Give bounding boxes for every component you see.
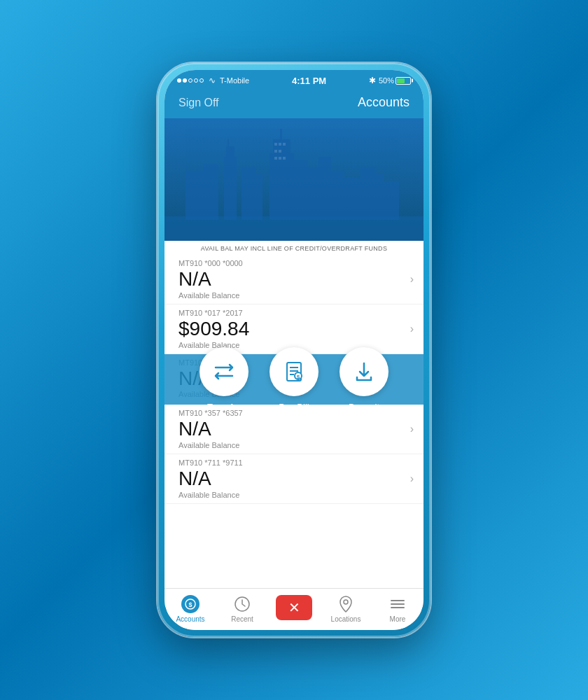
status-time: 4:11 PM — [292, 76, 326, 86]
accounts-tab-label: Accounts — [176, 615, 204, 623]
svg-rect-26 — [274, 157, 277, 160]
svg-rect-16 — [360, 167, 374, 220]
phone-screen: ∿ T-Mobile 4:11 PM ✱ 50% Sign Off Accoun… — [164, 70, 424, 630]
nav-bar: Sign Off Accounts — [164, 90, 424, 118]
svg-text:$: $ — [188, 601, 192, 608]
pay-bill-icon-circle: $ — [270, 347, 318, 396]
carrier-name: T-Mobile — [220, 76, 249, 85]
svg-rect-25 — [279, 150, 281, 153]
svg-rect-28 — [283, 157, 286, 160]
signal-dot-5 — [200, 78, 204, 83]
account-balance-5: N/A — [178, 468, 410, 490]
signal-dot-3 — [188, 78, 192, 83]
tab-close[interactable]: ✕ — [268, 595, 320, 623]
deposit-icon-circle — [340, 347, 388, 396]
battery-percent: 50% — [379, 76, 394, 85]
recent-tab-icon — [233, 595, 251, 613]
sign-off-button[interactable]: Sign Off — [178, 97, 219, 109]
svg-rect-24 — [274, 150, 277, 153]
tab-bar: $ Accounts Recent ✕ — [164, 588, 424, 630]
wifi-icon: ∿ — [209, 76, 216, 85]
hero-image — [164, 118, 424, 241]
tab-locations[interactable]: Locations — [320, 595, 372, 623]
svg-rect-2 — [164, 216, 424, 241]
svg-rect-21 — [274, 143, 277, 146]
account-item-3-wrapper: MT910 *345 N/A Available Balance — [164, 354, 424, 405]
svg-rect-20 — [227, 139, 229, 150]
chevron-right-icon-1: › — [410, 273, 414, 286]
svg-text:$: $ — [297, 374, 300, 380]
more-tab-icon — [388, 595, 407, 613]
transfer-icon-circle — [200, 347, 248, 396]
content-area: AVAIL BAL MAY INCL LINE OF CREDIT/OVERDR… — [164, 241, 424, 588]
battery-icon — [396, 77, 411, 85]
svg-rect-10 — [252, 174, 262, 220]
svg-rect-15 — [343, 178, 363, 220]
skyline-svg — [164, 118, 424, 241]
action-overlay: Transfer $ — [164, 354, 424, 405]
accounts-icon-circle: $ — [181, 595, 200, 613]
transfer-button[interactable]: Transfer — [200, 347, 248, 412]
battery-container: 50% — [379, 76, 411, 85]
account-item-4[interactable]: MT910 *357 *6357 N/A Available Balance › — [164, 405, 424, 454]
account-balance-4: N/A — [178, 419, 410, 440]
signal-indicator — [177, 78, 204, 83]
accounts-tab-icon: $ — [185, 598, 196, 610]
account-balance-label-5: Available Balance — [178, 491, 410, 499]
chevron-right-icon-4: › — [410, 423, 414, 435]
disclaimer-text: AVAIL BAL MAY INCL LINE OF CREDIT/OVERDR… — [164, 241, 424, 255]
battery-fill — [397, 78, 405, 83]
account-number-1: MT910 *000 *0000 — [178, 259, 410, 267]
svg-rect-14 — [329, 171, 344, 220]
status-right: ✱ 50% — [369, 76, 411, 85]
action-buttons-row: Transfer $ — [200, 347, 388, 412]
account-balance-label-4: Available Balance — [178, 441, 410, 449]
account-item-5[interactable]: MT910 *711 *9711 N/A Available Balance › — [164, 454, 424, 504]
pay-bill-icon: $ — [283, 360, 305, 383]
deposit-icon — [353, 360, 375, 383]
bluetooth-icon: ✱ — [369, 76, 376, 85]
close-icon: ✕ — [288, 601, 300, 615]
svg-rect-6 — [226, 146, 234, 220]
svg-rect-27 — [279, 157, 281, 160]
svg-rect-23 — [283, 143, 286, 146]
chevron-right-icon-5: › — [410, 472, 414, 485]
svg-rect-19 — [280, 129, 282, 143]
account-number-2: MT910 *017 *2017 — [178, 309, 410, 317]
tab-accounts[interactable]: $ Accounts — [164, 595, 216, 623]
locations-tab-label: Locations — [331, 615, 361, 623]
pay-bill-button[interactable]: $ Pay Bill — [270, 347, 318, 412]
svg-rect-4 — [270, 153, 294, 220]
signal-dot-2 — [183, 78, 187, 83]
account-balance-label-1: Available Balance — [178, 291, 410, 300]
chevron-right-icon-2: › — [410, 323, 414, 335]
deposit-button[interactable]: Deposit — [340, 347, 388, 412]
account-number-5: MT910 *711 *9711 — [178, 458, 410, 467]
locations-tab-icon — [338, 595, 354, 613]
account-item-1[interactable]: MT910 *000 *0000 N/A Available Balance › — [164, 255, 424, 304]
svg-rect-18 — [382, 181, 399, 220]
svg-point-38 — [344, 600, 348, 604]
signal-dot-1 — [177, 78, 181, 83]
account-balance-1: N/A — [178, 269, 410, 290]
tab-more[interactable]: More — [372, 595, 424, 623]
signal-dot-4 — [194, 78, 198, 83]
phone-frame: ∿ T-Mobile 4:11 PM ✱ 50% Sign Off Accoun… — [158, 63, 430, 637]
tab-recent[interactable]: Recent — [216, 595, 268, 623]
svg-rect-8 — [203, 164, 218, 220]
status-left: ∿ T-Mobile — [177, 76, 249, 85]
transfer-icon — [213, 362, 235, 382]
close-button[interactable]: ✕ — [276, 595, 312, 620]
account-balance-2: $909.84 — [178, 318, 410, 340]
account-number-4: MT910 *357 *6357 — [178, 409, 410, 417]
svg-rect-22 — [279, 143, 281, 146]
recent-tab-label: Recent — [231, 615, 253, 623]
status-bar: ∿ T-Mobile 4:11 PM ✱ 50% — [164, 70, 424, 90]
nav-title: Accounts — [358, 95, 410, 110]
more-tab-label: More — [390, 615, 406, 623]
